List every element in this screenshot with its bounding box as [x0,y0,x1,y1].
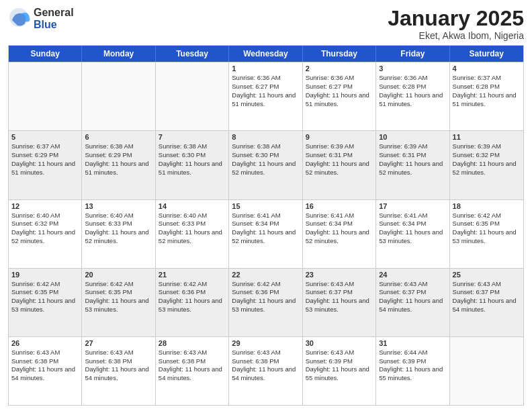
cal-cell-w0-d5: 3Sunrise: 6:36 AMSunset: 6:28 PMDaylight… [376,62,449,130]
calendar-body: 1Sunrise: 6:36 AMSunset: 6:27 PMDaylight… [9,62,523,405]
cal-cell-w3-d3: 22Sunrise: 6:42 AMSunset: 6:36 PMDayligh… [229,269,302,336]
sunrise-text: Sunrise: 6:40 AM [85,212,152,220]
sunset-text: Sunset: 6:28 PM [453,83,521,91]
daylight-text: Daylight: 11 hours and 53 minutes. [232,297,299,314]
daylight-text: Daylight: 11 hours and 52 minutes. [306,160,373,177]
day-number: 9 [306,133,373,141]
daylight-text: Daylight: 11 hours and 52 minutes. [232,160,299,177]
header-monday: Monday [82,46,155,62]
sunrise-text: Sunrise: 6:42 AM [453,212,521,220]
cal-cell-w3-d6: 25Sunrise: 6:43 AMSunset: 6:37 PMDayligh… [450,269,523,336]
sunrise-text: Sunrise: 6:42 AM [232,280,299,289]
daylight-text: Daylight: 11 hours and 52 minutes. [11,228,79,246]
day-number: 19 [11,271,79,279]
cal-cell-w2-d3: 15Sunrise: 6:41 AMSunset: 6:34 PMDayligh… [229,200,302,268]
daylight-text: Daylight: 11 hours and 51 minutes. [159,160,226,177]
day-number: 14 [159,202,226,210]
sunset-text: Sunset: 6:29 PM [85,151,152,160]
sunset-text: Sunset: 6:33 PM [85,220,152,228]
cal-cell-w4-d3: 29Sunrise: 6:43 AMSunset: 6:38 PMDayligh… [229,337,302,405]
cal-row-4: 26Sunrise: 6:43 AMSunset: 6:38 PMDayligh… [9,336,523,405]
daylight-text: Daylight: 11 hours and 52 minutes. [453,160,521,177]
cal-cell-w3-d0: 19Sunrise: 6:42 AMSunset: 6:35 PMDayligh… [9,269,82,336]
daylight-text: Daylight: 11 hours and 54 minutes. [453,297,521,314]
cal-cell-w0-d6: 4Sunrise: 6:37 AMSunset: 6:28 PMDaylight… [450,62,523,130]
daylight-text: Daylight: 11 hours and 51 minutes. [306,91,373,109]
cal-cell-w1-d6: 11Sunrise: 6:39 AMSunset: 6:32 PMDayligh… [450,131,523,199]
sunset-text: Sunset: 6:27 PM [232,83,299,91]
sunrise-text: Sunrise: 6:39 AM [379,142,446,151]
sunset-text: Sunset: 6:35 PM [11,288,79,297]
cal-cell-w1-d3: 8Sunrise: 6:38 AMSunset: 6:30 PMDaylight… [229,131,302,199]
day-number: 15 [232,202,299,210]
header: General Blue January 2025 Eket, Akwa Ibo… [8,7,524,41]
daylight-text: Daylight: 11 hours and 54 minutes. [11,365,79,383]
sunset-text: Sunset: 6:28 PM [379,83,446,91]
daylight-text: Daylight: 11 hours and 55 minutes. [379,365,446,383]
sunrise-text: Sunrise: 6:42 AM [159,280,226,289]
sunrise-text: Sunrise: 6:38 AM [159,142,226,151]
cal-cell-w4-d5: 31Sunrise: 6:44 AMSunset: 6:39 PMDayligh… [376,337,449,405]
cal-cell-w4-d6 [450,337,523,405]
daylight-text: Daylight: 11 hours and 53 minutes. [159,297,226,314]
day-number: 4 [453,64,521,73]
sunset-text: Sunset: 6:29 PM [11,151,79,160]
sunrise-text: Sunrise: 6:41 AM [379,212,446,220]
cal-cell-w1-d5: 10Sunrise: 6:39 AMSunset: 6:31 PMDayligh… [376,131,449,199]
cal-cell-w1-d1: 6Sunrise: 6:38 AMSunset: 6:29 PMDaylight… [82,131,155,199]
sunrise-text: Sunrise: 6:36 AM [232,74,299,83]
sunset-text: Sunset: 6:38 PM [85,357,152,366]
title-month: January 2025 [388,7,524,30]
day-number: 18 [453,202,521,210]
sunset-text: Sunset: 6:37 PM [306,288,373,297]
day-number: 31 [379,339,446,347]
day-number: 27 [85,339,152,347]
sunset-text: Sunset: 6:39 PM [379,357,446,366]
daylight-text: Daylight: 11 hours and 54 minutes. [85,365,152,383]
sunrise-text: Sunrise: 6:43 AM [306,349,373,357]
title-location: Eket, Akwa Ibom, Nigeria [388,30,524,41]
logo-icon [8,7,32,31]
header-sunday: Sunday [9,46,82,62]
calendar: Sunday Monday Tuesday Wednesday Thursday… [8,45,524,406]
sunrise-text: Sunrise: 6:43 AM [453,280,521,289]
day-number: 5 [11,133,79,141]
sunset-text: Sunset: 6:32 PM [11,220,79,228]
logo-blue-text: Blue [34,19,74,31]
sunrise-text: Sunrise: 6:43 AM [379,280,446,289]
cal-cell-w1-d2: 7Sunrise: 6:38 AMSunset: 6:30 PMDaylight… [156,131,229,199]
daylight-text: Daylight: 11 hours and 52 minutes. [232,228,299,246]
daylight-text: Daylight: 11 hours and 52 minutes. [306,228,373,246]
logo: General Blue [8,7,74,31]
sunrise-text: Sunrise: 6:36 AM [379,74,446,83]
day-number: 1 [232,64,299,73]
sunrise-text: Sunrise: 6:43 AM [11,349,79,357]
day-number: 29 [232,339,299,347]
sunrise-text: Sunrise: 6:39 AM [453,142,521,151]
day-number: 10 [379,133,446,141]
logo-text: General Blue [34,7,74,30]
sunset-text: Sunset: 6:27 PM [306,83,373,91]
sunrise-text: Sunrise: 6:37 AM [11,142,79,151]
cal-cell-w1-d4: 9Sunrise: 6:39 AMSunset: 6:31 PMDaylight… [303,131,376,199]
sunrise-text: Sunrise: 6:44 AM [379,349,446,357]
daylight-text: Daylight: 11 hours and 52 minutes. [85,228,152,246]
day-number: 22 [232,271,299,279]
cal-cell-w4-d1: 27Sunrise: 6:43 AMSunset: 6:38 PMDayligh… [82,337,155,405]
sunset-text: Sunset: 6:32 PM [453,151,521,160]
day-number: 6 [85,133,152,141]
sunset-text: Sunset: 6:30 PM [159,151,226,160]
header-tuesday: Tuesday [156,46,229,62]
sunrise-text: Sunrise: 6:42 AM [85,280,152,289]
sunset-text: Sunset: 6:35 PM [453,220,521,228]
sunset-text: Sunset: 6:38 PM [11,357,79,366]
sunset-text: Sunset: 6:31 PM [306,151,373,160]
daylight-text: Daylight: 11 hours and 52 minutes. [379,160,446,177]
cal-row-0: 1Sunrise: 6:36 AMSunset: 6:27 PMDaylight… [9,62,523,130]
daylight-text: Daylight: 11 hours and 53 minutes. [379,228,446,246]
daylight-text: Daylight: 11 hours and 54 minutes. [159,365,226,383]
logo-general-text: General [34,7,74,19]
day-number: 26 [11,339,79,347]
header-wednesday: Wednesday [229,46,302,62]
sunset-text: Sunset: 6:36 PM [159,288,226,297]
